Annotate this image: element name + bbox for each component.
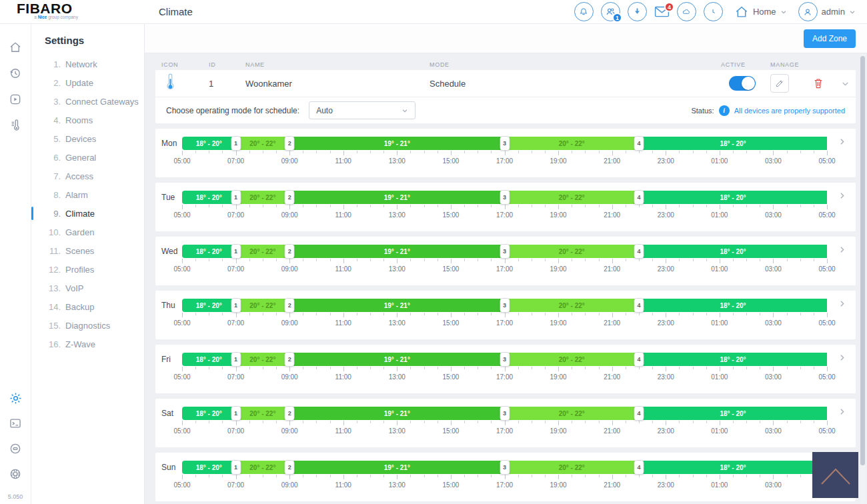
- brand-logo[interactable]: FIBARO a Nice group company: [0, 0, 145, 24]
- segment-marker-1[interactable]: 1: [231, 460, 241, 475]
- segment-marker-1[interactable]: 1: [231, 244, 241, 259]
- segment-marker-4[interactable]: 4: [634, 460, 644, 475]
- sidebar-item-connect-gateways[interactable]: 3.Connect Gateways: [31, 92, 144, 111]
- cloud-icon[interactable]: [677, 2, 696, 21]
- segment-marker-2[interactable]: 2: [285, 190, 295, 205]
- segment-marker-4[interactable]: 4: [634, 352, 644, 367]
- segment-marker-3[interactable]: 3: [500, 244, 510, 259]
- temp-segment[interactable]: 18° - 20°: [182, 407, 236, 420]
- sidebar-item-backup[interactable]: 14.Backup: [31, 297, 144, 316]
- sidebar-item-diagnostics[interactable]: 15.Diagnostics: [31, 316, 144, 335]
- segment-marker-1[interactable]: 1: [231, 298, 241, 313]
- segment-marker-4[interactable]: 4: [634, 244, 644, 259]
- temp-segment[interactable]: 18° - 20°: [639, 353, 827, 366]
- temp-segment[interactable]: 20° - 22°: [236, 407, 290, 420]
- temp-segment[interactable]: 19° - 21°: [289, 191, 504, 204]
- segment-marker-4[interactable]: 4: [634, 298, 644, 313]
- sidebar-item-alarm[interactable]: 8.Alarm: [31, 185, 144, 204]
- day-expand-chevron[interactable]: [838, 299, 846, 310]
- terminal-icon[interactable]: [8, 416, 23, 431]
- edit-zone-button[interactable]: [770, 74, 789, 93]
- temp-segment[interactable]: 19° - 21°: [289, 137, 504, 150]
- media-icon[interactable]: [8, 92, 23, 107]
- temp-segment[interactable]: 19° - 21°: [289, 461, 504, 474]
- day-expand-chevron[interactable]: [838, 245, 846, 256]
- temp-segment[interactable]: 20° - 22°: [504, 245, 638, 258]
- sidebar-item-profiles[interactable]: 12.Profiles: [31, 260, 144, 279]
- segment-marker-2[interactable]: 2: [285, 460, 295, 475]
- sidebar-item-general[interactable]: 6.General: [31, 148, 144, 167]
- segment-marker-1[interactable]: 1: [231, 406, 241, 421]
- temp-segment[interactable]: 18° - 20°: [182, 191, 236, 204]
- temp-segment[interactable]: 20° - 22°: [236, 137, 290, 150]
- day-expand-chevron[interactable]: [838, 191, 846, 202]
- home-nav-icon[interactable]: [8, 40, 23, 55]
- segment-marker-3[interactable]: 3: [500, 352, 510, 367]
- temp-segment[interactable]: 20° - 22°: [504, 191, 638, 204]
- segment-marker-1[interactable]: 1: [231, 352, 241, 367]
- temp-segment[interactable]: 18° - 20°: [639, 407, 827, 420]
- day-expand-chevron[interactable]: [838, 137, 846, 148]
- alarm-bell-icon[interactable]: [574, 2, 594, 21]
- home-selector[interactable]: Home: [734, 5, 787, 19]
- sidebar-item-z-wave[interactable]: 16.Z-Wave: [31, 335, 144, 353]
- day-expand-chevron[interactable]: [838, 407, 846, 418]
- segment-marker-1[interactable]: 1: [231, 190, 241, 205]
- sidebar-item-access[interactable]: 7.Access: [31, 167, 144, 185]
- segment-marker-2[interactable]: 2: [285, 352, 295, 367]
- segment-marker-2[interactable]: 2: [285, 136, 295, 151]
- climate-thermometer-icon[interactable]: [8, 118, 23, 133]
- sidebar-item-rooms[interactable]: 4.Rooms: [31, 111, 144, 129]
- download-icon[interactable]: [628, 2, 647, 21]
- settings-gear-icon[interactable]: [8, 391, 23, 405]
- temp-segment[interactable]: 20° - 22°: [236, 353, 290, 366]
- segment-marker-4[interactable]: 4: [634, 190, 644, 205]
- temp-segment[interactable]: 19° - 21°: [289, 245, 504, 258]
- temp-segment[interactable]: 18° - 20°: [639, 245, 827, 258]
- temp-segment[interactable]: 18° - 20°: [182, 137, 236, 150]
- sidebar-item-voip[interactable]: 13.VoIP: [31, 279, 144, 297]
- temp-segment[interactable]: 19° - 21°: [289, 407, 504, 420]
- temp-segment[interactable]: 18° - 20°: [639, 137, 827, 150]
- sidebar-item-update[interactable]: 2.Update: [31, 73, 144, 92]
- segment-marker-3[interactable]: 3: [500, 298, 510, 313]
- temp-segment[interactable]: 19° - 21°: [289, 299, 504, 312]
- temp-segment[interactable]: 18° - 20°: [639, 461, 827, 474]
- delete-zone-button[interactable]: [813, 77, 824, 89]
- segment-marker-2[interactable]: 2: [285, 298, 295, 313]
- history-icon[interactable]: [8, 66, 23, 81]
- temp-segment[interactable]: 20° - 22°: [236, 245, 290, 258]
- temp-segment[interactable]: 18° - 20°: [182, 245, 236, 258]
- segment-marker-3[interactable]: 3: [500, 460, 510, 475]
- scrollbar-thumb[interactable]: [860, 56, 865, 465]
- day-expand-chevron[interactable]: [838, 353, 846, 364]
- temp-segment[interactable]: 18° - 20°: [182, 461, 236, 474]
- temp-segment[interactable]: 20° - 22°: [504, 299, 638, 312]
- add-zone-button[interactable]: Add Zone: [804, 29, 856, 48]
- sidebar-item-network[interactable]: 1.Network: [31, 55, 144, 73]
- segment-marker-3[interactable]: 3: [500, 136, 510, 151]
- temp-segment[interactable]: 18° - 20°: [182, 299, 236, 312]
- temp-segment[interactable]: 18° - 20°: [639, 299, 827, 312]
- sidebar-item-garden[interactable]: 10.Garden: [31, 223, 144, 241]
- sidebar-item-climate[interactable]: 9.Climate: [31, 204, 144, 223]
- users-icon[interactable]: 1: [601, 2, 620, 21]
- segment-marker-1[interactable]: 1: [231, 136, 241, 151]
- temp-segment[interactable]: 20° - 22°: [504, 137, 638, 150]
- temp-segment[interactable]: 20° - 22°: [504, 461, 638, 474]
- user-menu[interactable]: admin: [798, 2, 856, 21]
- segment-marker-2[interactable]: 2: [285, 244, 295, 259]
- zone-collapse-chevron[interactable]: [829, 79, 856, 88]
- temp-segment[interactable]: 20° - 22°: [236, 299, 290, 312]
- sidebar-item-scenes[interactable]: 11.Scenes: [31, 241, 144, 260]
- temp-segment[interactable]: 20° - 22°: [504, 353, 638, 366]
- temp-segment[interactable]: 20° - 22°: [236, 191, 290, 204]
- segment-marker-3[interactable]: 3: [500, 190, 510, 205]
- temp-segment[interactable]: 18° - 20°: [182, 353, 236, 366]
- segment-marker-4[interactable]: 4: [634, 136, 644, 151]
- hub-icon[interactable]: [8, 441, 23, 456]
- clock-icon[interactable]: [704, 2, 723, 21]
- service-icon[interactable]: [8, 467, 23, 481]
- segment-marker-3[interactable]: 3: [500, 406, 510, 421]
- segment-marker-4[interactable]: 4: [634, 406, 644, 421]
